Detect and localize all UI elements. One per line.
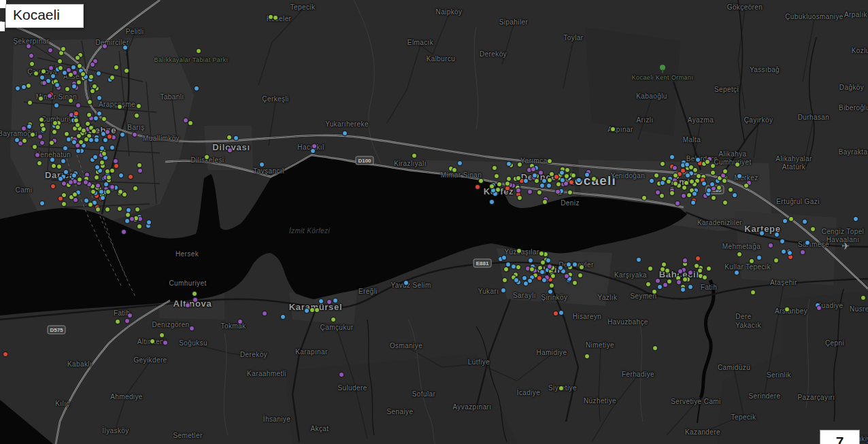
map-dot[interactable] bbox=[15, 86, 20, 90]
map-dot[interactable] bbox=[660, 161, 665, 166]
map-dot[interactable] bbox=[541, 277, 546, 282]
map-dot[interactable] bbox=[233, 135, 238, 140]
map-dot[interactable] bbox=[506, 161, 511, 166]
map-dot[interactable] bbox=[782, 218, 787, 223]
map-dot[interactable] bbox=[66, 137, 71, 141]
map-dot[interactable] bbox=[95, 207, 100, 211]
map-dot[interactable] bbox=[27, 124, 31, 129]
map-dot[interactable] bbox=[61, 201, 66, 206]
map-dot[interactable] bbox=[68, 180, 73, 184]
map-dot[interactable] bbox=[749, 258, 754, 263]
map-dot[interactable] bbox=[539, 183, 544, 188]
map-dot[interactable] bbox=[90, 62, 95, 67]
map-dot[interactable] bbox=[268, 14, 273, 19]
map-dot[interactable] bbox=[716, 185, 721, 190]
map-dot[interactable] bbox=[652, 345, 657, 350]
map-dot[interactable] bbox=[539, 269, 544, 274]
map-dot[interactable] bbox=[101, 116, 106, 121]
map-dot[interactable] bbox=[734, 270, 739, 275]
map-dot[interactable] bbox=[63, 169, 68, 174]
map-dot[interactable] bbox=[105, 189, 110, 194]
map-dot[interactable] bbox=[663, 282, 667, 287]
map-dot[interactable] bbox=[133, 186, 137, 190]
map-dot[interactable] bbox=[85, 121, 90, 126]
map-dot[interactable] bbox=[27, 100, 32, 105]
map-dot[interactable] bbox=[492, 165, 497, 170]
map-dot[interactable] bbox=[75, 55, 80, 60]
map-dot[interactable] bbox=[81, 128, 86, 133]
map-dot[interactable] bbox=[55, 124, 60, 129]
map-dot[interactable] bbox=[125, 212, 130, 217]
map-dot[interactable] bbox=[567, 190, 572, 194]
map-dot[interactable] bbox=[185, 303, 190, 307]
map-dot[interactable] bbox=[550, 273, 555, 278]
map-dot[interactable] bbox=[737, 173, 741, 178]
map-dot[interactable] bbox=[51, 163, 56, 168]
map-dot[interactable] bbox=[527, 189, 532, 194]
map-dot[interactable] bbox=[675, 201, 680, 205]
map-dot[interactable] bbox=[572, 262, 577, 267]
map-dot[interactable] bbox=[546, 258, 550, 262]
map-dot[interactable] bbox=[669, 190, 674, 195]
map-dot[interactable] bbox=[113, 158, 118, 163]
map-dot[interactable] bbox=[660, 180, 665, 185]
map-dot[interactable] bbox=[77, 63, 82, 68]
map-dot[interactable] bbox=[516, 264, 520, 269]
map-dot[interactable] bbox=[696, 173, 701, 178]
map-dot[interactable] bbox=[259, 162, 264, 167]
map-dot[interactable] bbox=[694, 263, 699, 268]
map-dot[interactable] bbox=[48, 48, 52, 52]
map-dot[interactable] bbox=[672, 165, 677, 170]
map-dot[interactable] bbox=[706, 188, 711, 192]
map-dot[interactable] bbox=[571, 173, 575, 177]
map-dot[interactable] bbox=[103, 137, 107, 142]
map-dot[interactable] bbox=[76, 148, 80, 153]
map-dot[interactable] bbox=[572, 280, 577, 285]
map-dot[interactable] bbox=[146, 220, 151, 224]
map-dot[interactable] bbox=[39, 140, 44, 145]
map-dot[interactable] bbox=[97, 111, 101, 116]
map-dot[interactable] bbox=[76, 133, 81, 138]
map-dot[interactable] bbox=[58, 176, 63, 181]
map-dot[interactable] bbox=[711, 195, 716, 200]
map-dot[interactable] bbox=[652, 289, 656, 294]
map-dot[interactable] bbox=[54, 103, 59, 107]
map-dot[interactable] bbox=[558, 386, 563, 390]
map-dot[interactable] bbox=[523, 178, 528, 183]
map-dot[interactable] bbox=[489, 184, 494, 188]
map-dot[interactable] bbox=[118, 189, 122, 194]
map-dot[interactable] bbox=[39, 75, 44, 80]
map-dot[interactable] bbox=[584, 172, 589, 177]
map-dot[interactable] bbox=[538, 170, 543, 175]
map-dot[interactable] bbox=[102, 44, 107, 48]
map-dot[interactable] bbox=[686, 192, 691, 197]
map-dot[interactable] bbox=[816, 305, 821, 310]
map-dot[interactable] bbox=[134, 113, 139, 118]
map-dot[interactable] bbox=[578, 273, 582, 277]
map-dot[interactable] bbox=[692, 191, 697, 196]
map-dot[interactable] bbox=[497, 182, 501, 186]
map-dot[interactable] bbox=[99, 146, 104, 150]
map-dot[interactable] bbox=[682, 277, 687, 281]
map-dot[interactable] bbox=[559, 170, 564, 175]
map-dot[interactable] bbox=[63, 146, 67, 150]
map-dot[interactable] bbox=[503, 267, 508, 271]
map-dot[interactable] bbox=[556, 182, 561, 186]
map-dot[interactable] bbox=[553, 311, 558, 315]
map-dot[interactable] bbox=[110, 184, 114, 189]
map-dot[interactable] bbox=[21, 126, 26, 131]
map-dot[interactable] bbox=[537, 275, 541, 280]
map-dot[interactable] bbox=[861, 295, 865, 300]
map-dot[interactable] bbox=[121, 229, 126, 234]
map-dot[interactable] bbox=[61, 158, 65, 163]
map-dot[interactable] bbox=[310, 307, 314, 312]
map-dot[interactable] bbox=[457, 160, 462, 165]
map-dot[interactable] bbox=[110, 145, 114, 150]
map-dot[interactable] bbox=[22, 138, 27, 143]
map-dot[interactable] bbox=[49, 140, 54, 145]
map-dot[interactable] bbox=[41, 126, 46, 131]
map-dot[interactable] bbox=[705, 159, 710, 164]
map-dot[interactable] bbox=[494, 173, 499, 178]
map-dot[interactable] bbox=[566, 262, 571, 267]
map-dot[interactable] bbox=[688, 270, 692, 275]
